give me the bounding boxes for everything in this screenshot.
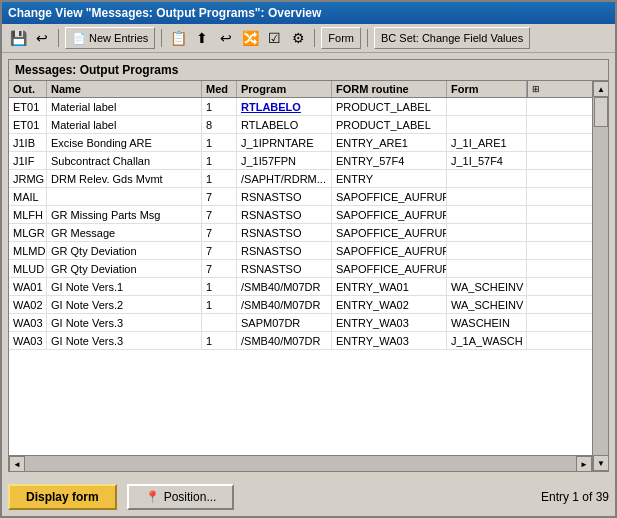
cell-name: Material label (47, 116, 202, 133)
cell-out: MAIL (9, 188, 47, 205)
display-form-button[interactable]: Display form (8, 484, 117, 510)
cell-form (447, 98, 527, 115)
cell-med: 1 (202, 98, 237, 115)
cell-form_routine: SAPOFFICE_AUFRUF (332, 224, 447, 241)
table-row[interactable]: MLGRGR Message7RSNASTSOSAPOFFICE_AUFRUF (9, 224, 592, 242)
settings-icon[interactable]: ⚙ (288, 28, 308, 48)
bc-set-label: BC Set: Change Field Values (381, 32, 523, 44)
cell-form: J_1I_ARE1 (447, 134, 527, 151)
table-row[interactable]: MAIL7RSNASTSOSAPOFFICE_AUFRUF (9, 188, 592, 206)
resize-columns-icon[interactable]: ⊞ (527, 81, 543, 97)
cell-out: MLGR (9, 224, 47, 241)
table-row[interactable]: J1IFSubcontract Challan1J_1I57FPNENTRY_5… (9, 152, 592, 170)
select-icon[interactable]: ☑ (264, 28, 284, 48)
cell-out: WA02 (9, 296, 47, 313)
copy-icon[interactable]: 📋 (168, 28, 188, 48)
cell-form_routine: PRODUCT_LABEL (332, 98, 447, 115)
toolbar-sep-2 (161, 29, 162, 47)
cell-med: 7 (202, 242, 237, 259)
col-header-form: Form (447, 81, 527, 97)
cell-name: GR Qty Deviation (47, 242, 202, 259)
bottom-bar: Display form 📍 Position... Entry 1 of 39 (2, 478, 615, 516)
panel: Messages: Output Programs Out. Name Med … (8, 59, 609, 472)
table-row[interactable]: ET01Material label1RTLABELOPRODUCT_LABEL (9, 98, 592, 116)
cell-out: WA01 (9, 278, 47, 295)
cell-out: ET01 (9, 116, 47, 133)
cell-form (447, 170, 527, 187)
cell-form_routine: SAPOFFICE_AUFRUF (332, 188, 447, 205)
cell-program: /SMB40/M07DR (237, 332, 332, 349)
cell-form (447, 188, 527, 205)
position-icon: 📍 (145, 490, 160, 504)
panel-title: Messages: Output Programs (15, 63, 178, 77)
scroll-right-button[interactable]: ► (576, 456, 592, 471)
cell-program: RSNASTSO (237, 242, 332, 259)
toolbar-sep-4 (367, 29, 368, 47)
table-row[interactable]: J1IBExcise Bonding ARE1J_1IPRNTAREENTRY_… (9, 134, 592, 152)
cell-form_routine: ENTRY_WA02 (332, 296, 447, 313)
new-entries-label: New Entries (89, 32, 148, 44)
cell-out: WA03 (9, 314, 47, 331)
scroll-horizontal-track[interactable] (25, 456, 576, 471)
save-icon[interactable]: 💾 (8, 28, 28, 48)
cell-med: 1 (202, 278, 237, 295)
cell-form_routine: ENTRY_ARE1 (332, 134, 447, 151)
table-main: Out. Name Med Program FORM routine Form … (9, 81, 592, 471)
cell-program: RTLABELO (237, 98, 332, 115)
cell-name: GR Qty Deviation (47, 260, 202, 277)
cell-med: 7 (202, 188, 237, 205)
back-icon[interactable]: ↩ (32, 28, 52, 48)
scroll-down-button[interactable]: ▼ (593, 455, 608, 471)
cell-out: MLMD (9, 242, 47, 259)
new-entries-button[interactable]: 📄 New Entries (65, 27, 155, 49)
table-row[interactable]: ET01Material label8RTLABELOPRODUCT_LABEL (9, 116, 592, 134)
table-row[interactable]: WA02GI Note Vers.21/SMB40/M07DRENTRY_WA0… (9, 296, 592, 314)
bc-set-button[interactable]: BC Set: Change Field Values (374, 27, 530, 49)
cell-out: WA03 (9, 332, 47, 349)
move-icon[interactable]: 🔀 (240, 28, 260, 48)
cell-form_routine: PRODUCT_LABEL (332, 116, 447, 133)
cell-out: MLFH (9, 206, 47, 223)
table-row[interactable]: MLFHGR Missing Parts Msg7RSNASTSOSAPOFFI… (9, 206, 592, 224)
scroll-vertical-track[interactable] (593, 97, 608, 455)
undo-icon[interactable]: ↩ (216, 28, 236, 48)
vertical-scrollbar: ▲ ▼ (592, 81, 608, 471)
table-row[interactable]: WA03GI Note Vers.31/SMB40/M07DRENTRY_WA0… (9, 332, 592, 350)
scroll-left-button[interactable]: ◄ (9, 456, 25, 471)
horizontal-scrollbar[interactable]: ◄ ► (9, 455, 592, 471)
cell-program: RTLABELO (237, 116, 332, 133)
table-row[interactable]: JRMGDRM Relev. Gds Mvmt1/SAPHT/RDRM...EN… (9, 170, 592, 188)
cell-name (47, 188, 202, 205)
cell-med: 1 (202, 152, 237, 169)
cell-form: WA_SCHEINV (447, 296, 527, 313)
cell-form_routine: ENTRY_57F4 (332, 152, 447, 169)
cell-program: RSNASTSO (237, 224, 332, 241)
cell-med: 1 (202, 332, 237, 349)
scroll-thumb[interactable] (594, 97, 608, 127)
cell-form (447, 242, 527, 259)
col-header-program: Program (237, 81, 332, 97)
table-row[interactable]: MLMDGR Qty Deviation7RSNASTSOSAPOFFICE_A… (9, 242, 592, 260)
table-row[interactable]: MLUDGR Qty Deviation7RSNASTSOSAPOFFICE_A… (9, 260, 592, 278)
cell-med: 7 (202, 206, 237, 223)
cell-name: GI Note Vers.1 (47, 278, 202, 295)
content-area: Messages: Output Programs Out. Name Med … (2, 53, 615, 478)
cell-med: 7 (202, 224, 237, 241)
table-row[interactable]: WA03GI Note Vers.3SAPM07DRENTRY_WA03WASC… (9, 314, 592, 332)
table-row[interactable]: WA01GI Note Vers.11/SMB40/M07DRENTRY_WA0… (9, 278, 592, 296)
cell-program: RSNASTSO (237, 188, 332, 205)
table-body: ET01Material label1RTLABELOPRODUCT_LABEL… (9, 98, 592, 455)
scroll-up-button[interactable]: ▲ (593, 81, 608, 97)
cell-program: /SMB40/M07DR (237, 278, 332, 295)
position-button[interactable]: 📍 Position... (127, 484, 235, 510)
cell-med: 1 (202, 134, 237, 151)
main-window: Change View "Messages: Output Programs":… (0, 0, 617, 518)
cell-name: GI Note Vers.3 (47, 314, 202, 331)
cell-program: J_1IPRNTARE (237, 134, 332, 151)
form-button[interactable]: Form (321, 27, 361, 49)
title-bar: Change View "Messages: Output Programs":… (2, 2, 615, 24)
cell-form_routine: SAPOFFICE_AUFRUF (332, 242, 447, 259)
cell-form_routine: ENTRY_WA01 (332, 278, 447, 295)
move-up-icon[interactable]: ⬆ (192, 28, 212, 48)
cell-program: J_1I57FPN (237, 152, 332, 169)
